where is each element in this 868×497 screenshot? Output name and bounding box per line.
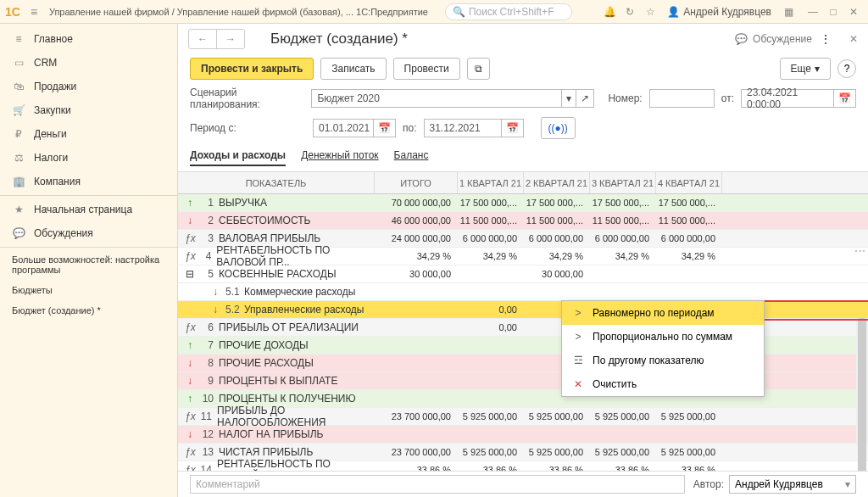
refresh-button[interactable]: ((●)): [541, 117, 576, 139]
col-q1[interactable]: 1 КВАРТАЛ 21: [458, 172, 524, 193]
menu-icon[interactable]: ≡: [31, 5, 44, 19]
scenario-input[interactable]: Бюджет 2020: [311, 89, 562, 108]
indicator-cell[interactable]: ƒx13ЧИСТАЯ ПРИБЫЛЬ: [178, 446, 375, 458]
sidebar-item[interactable]: ▭CRM: [0, 51, 177, 75]
grid-icon[interactable]: ▦: [778, 2, 798, 22]
col-q4[interactable]: 4 КВАРТАЛ 21: [656, 172, 722, 193]
author-input[interactable]: Андрей Кудрявцев▾: [729, 475, 856, 494]
table-row[interactable]: ↑1ВЫРУЧКА 70 000 000,0017 500 000,...17 …: [178, 194, 868, 212]
search-input[interactable]: 🔍 Поиск Ctrl+Shift+F: [445, 3, 572, 20]
indicator-cell[interactable]: ⊟5КОСВЕННЫЕ РАСХОДЫ: [178, 268, 375, 280]
indicator-cell[interactable]: ↓5.2Управленческие расходы: [178, 304, 375, 316]
structure-button[interactable]: ⧉: [467, 58, 490, 80]
history-icon[interactable]: ↻: [620, 2, 640, 22]
indicator-cell[interactable]: ↓2СЕБЕСТОИМОСТЬ: [178, 215, 375, 226]
number-input[interactable]: [649, 89, 715, 108]
indicator-cell[interactable]: ↓9ПРОЦЕНТЫ К ВЫПЛАТЕ: [178, 375, 375, 387]
indicator-cell[interactable]: ƒx3ВАЛОВАЯ ПРИБЫЛЬ: [178, 232, 375, 244]
nav-back-forward[interactable]: ← →: [188, 29, 245, 49]
sidebar-item[interactable]: 🛍Продажи: [0, 75, 177, 98]
period-to-input[interactable]: 31.12.2021: [424, 119, 502, 137]
context-menu-item[interactable]: > Равномерно по периодам: [562, 301, 764, 325]
indicator-cell[interactable]: ƒx6ПРИБЫЛЬ ОТ РЕАЛИЗАЦИИ: [178, 321, 375, 333]
date-picker-icon[interactable]: 📅: [833, 89, 856, 108]
scrollbar[interactable]: [856, 318, 868, 445]
author-label: Автор:: [693, 478, 724, 490]
window-title: Управление нашей фирмой / Управление наш…: [49, 7, 428, 17]
table-row[interactable]: ƒx14РЕНТАБЕЛЬНОСТЬ ПО ЧИСТОЙ ПР... 33,86…: [178, 461, 868, 472]
save-button[interactable]: Записать: [320, 58, 386, 80]
menu-item-icon: ☲: [572, 355, 584, 366]
date-input[interactable]: 23.04.2021 0:00:00: [741, 89, 834, 108]
user-menu[interactable]: 👤 Андрей Кудрявцев: [667, 6, 771, 18]
context-menu-item[interactable]: ☲ По другому показателю: [562, 349, 764, 372]
close-page-button[interactable]: ✕: [849, 33, 858, 45]
star-icon[interactable]: ☆: [640, 2, 660, 22]
col-q2[interactable]: 2 КВАРТАЛ 21: [524, 172, 590, 193]
sidebar-extra-link[interactable]: Бюджет (создание) *: [0, 300, 177, 321]
table-row[interactable]: ↓5.1Коммерческие расходы: [178, 283, 868, 301]
scenario-open[interactable]: ↗: [576, 89, 594, 108]
col-indicator[interactable]: ПОКАЗАТЕЛЬ: [178, 172, 375, 193]
close-button[interactable]: ✕: [844, 3, 863, 20]
indicator-cell[interactable]: ƒx14РЕНТАБЕЛЬНОСТЬ ПО ЧИСТОЙ ПР...: [178, 458, 375, 472]
period-to-label: по:: [403, 122, 417, 134]
sidebar-item[interactable]: ₽Деньги: [0, 122, 177, 146]
table-row[interactable]: ⊟5КОСВЕННЫЕ РАСХОДЫ 30 000,0030 000,00: [178, 265, 868, 283]
col-total[interactable]: ИТОГО: [375, 172, 458, 193]
tab-balance[interactable]: Баланс: [394, 149, 429, 166]
discuss-button[interactable]: 💬 Обсуждение: [735, 33, 812, 45]
kebab-icon[interactable]: ⋮: [821, 33, 831, 45]
more-button[interactable]: Еще▾: [780, 58, 831, 80]
indicator-cell[interactable]: ↑10ПРОЦЕНТЫ К ПОЛУЧЕНИЮ: [178, 393, 375, 405]
chevron-down-icon: ▾: [815, 63, 820, 75]
sidebar-icon: 🛍: [12, 81, 25, 92]
indicator-cell[interactable]: ↑1ВЫРУЧКА: [178, 197, 375, 209]
table-row[interactable]: ↓12НАЛОГ НА ПРИБЫЛЬ: [178, 426, 868, 444]
sidebar-extra-link[interactable]: Больше возможностей: настройка программы: [0, 249, 177, 280]
sidebar-item[interactable]: 🛒Закупки: [0, 98, 177, 122]
bell-icon[interactable]: 🔔: [599, 2, 620, 22]
sidebar-icon: ≡: [12, 33, 25, 45]
help-button[interactable]: ?: [837, 59, 856, 78]
table-row[interactable]: ↓2СЕБЕСТОИМОСТЬ 46 000 000,0011 500 000,…: [178, 212, 868, 230]
indicator-cell[interactable]: ƒx4РЕНТАБЕЛЬНОСТЬ ПО ВАЛОВОЙ ПР...: [178, 244, 375, 268]
user-icon: 👤: [667, 6, 680, 18]
post-and-close-button[interactable]: Провести и закрыть: [190, 58, 314, 80]
indicator-cell[interactable]: ↓12НАЛОГ НА ПРИБЫЛЬ: [178, 428, 375, 440]
sidebar-item[interactable]: 🏢Компания: [0, 170, 177, 193]
sidebar-extra-link[interactable]: Бюджеты: [0, 280, 177, 300]
tab-cashflow[interactable]: Денежный поток: [301, 149, 378, 166]
indicator-cell[interactable]: ƒx11ПРИБЫЛЬ ДО НАЛОГООБЛОЖЕНИЯ: [178, 405, 375, 428]
minimize-button[interactable]: —: [804, 3, 822, 20]
sidebar-item[interactable]: ≡Главное: [0, 27, 177, 51]
col-q3[interactable]: 3 КВАРТАЛ 21: [590, 172, 656, 193]
scenario-dropdown[interactable]: ▾: [561, 89, 576, 108]
context-menu-item[interactable]: ✕ Очистить: [562, 372, 764, 396]
sidebar-item[interactable]: ⚖Налоги: [0, 146, 177, 170]
table-row[interactable]: ƒx4РЕНТАБЕЛЬНОСТЬ ПО ВАЛОВОЙ ПР... 34,29…: [178, 248, 868, 265]
sidebar-link[interactable]: 💬Обсуждения: [0, 221, 177, 245]
back-button[interactable]: ←: [189, 30, 217, 48]
sidebar: ≡Главное▭CRM🛍Продажи🛒Закупки₽Деньги⚖Нало…: [0, 24, 178, 497]
sidebar-link[interactable]: ★Начальная страница: [0, 198, 177, 221]
period-from-input[interactable]: 01.01.2021: [313, 119, 374, 137]
maximize-button[interactable]: □: [824, 3, 843, 20]
context-menu-item[interactable]: > Пропорционально по суммам: [562, 325, 764, 349]
calendar-icon[interactable]: 📅: [501, 119, 524, 137]
post-button[interactable]: Провести: [393, 58, 460, 80]
sidebar-icon: ▭: [12, 57, 25, 69]
comment-input[interactable]: Комментарий: [190, 475, 685, 494]
indicator-cell[interactable]: ↓8ПРОЧИЕ РАСХОДЫ: [178, 357, 375, 369]
indicator-cell[interactable]: ↓5.1Коммерческие расходы: [178, 286, 375, 298]
side-handle[interactable]: ⋮: [854, 246, 866, 258]
table-row[interactable]: ƒx11ПРИБЫЛЬ ДО НАЛОГООБЛОЖЕНИЯ 23 700 00…: [178, 408, 868, 426]
search-icon: 🔍: [453, 6, 465, 18]
calendar-icon[interactable]: 📅: [373, 119, 396, 137]
from-label: от:: [721, 92, 734, 104]
forward-button[interactable]: →: [217, 30, 244, 48]
tab-income-expense[interactable]: Доходы и расходы: [190, 149, 286, 166]
sidebar-icon: 🛒: [12, 104, 25, 116]
sidebar-icon: ⚖: [12, 152, 25, 164]
indicator-cell[interactable]: ↑7ПРОЧИЕ ДОХОДЫ: [178, 339, 375, 351]
